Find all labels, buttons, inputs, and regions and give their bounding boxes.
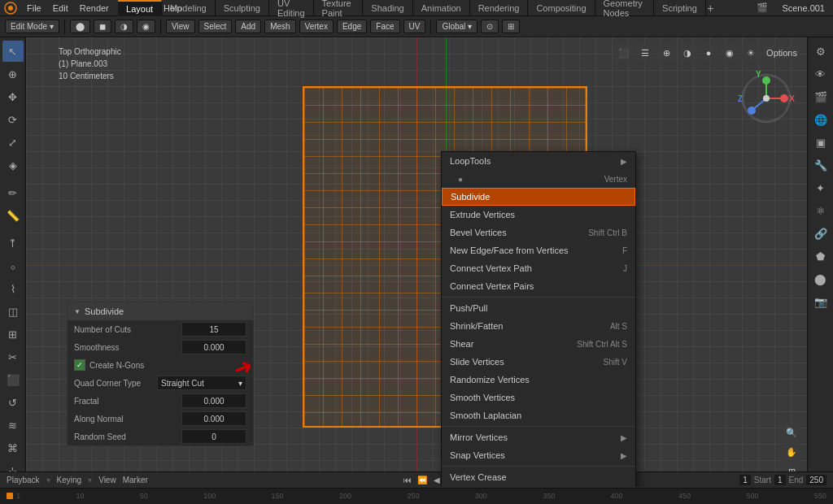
viewport-shade-material-btn[interactable]: ◉ [721, 44, 739, 62]
ctx-extrude-vertices[interactable]: Extrude Vertices [442, 206, 635, 224]
knife-tool-btn[interactable]: ✂ [2, 346, 24, 367]
step-back-btn[interactable]: ⏪ [416, 473, 429, 486]
hand-icon[interactable]: ✋ [783, 443, 800, 461]
start-frame-value[interactable]: 1 [774, 475, 786, 485]
measure-tool-btn[interactable]: 📏 [2, 205, 24, 226]
viewport-shade-rendered-btn[interactable]: ☀ [742, 44, 760, 62]
ctx-smooth-vertices[interactable]: Smooth Vertices [442, 389, 635, 406]
poly-build-tool-btn[interactable]: ⬛ [2, 369, 24, 390]
workspace-tab-rendering[interactable]: Rendering [470, 0, 529, 16]
workspace-tab-uvediting[interactable]: UV Editing [269, 0, 314, 16]
ctx-looptools[interactable]: LoopTools ▶ [442, 152, 635, 170]
scale-tool-btn[interactable]: ⤢ [2, 132, 24, 153]
workspace-tab-texturepaint[interactable]: Texture Paint [314, 0, 364, 16]
material-properties-btn[interactable]: ⬤ [810, 268, 831, 289]
ctx-bevel-vertices[interactable]: Bevel Vertices Shift Ctrl B [442, 224, 635, 241]
viewport-shading-solid[interactable]: ◼ [94, 20, 111, 33]
ctx-snap-vertices[interactable]: Snap Vertices ▶ [442, 446, 635, 464]
workspace-tab-sculpting[interactable]: Sculpting [216, 0, 269, 16]
random-seed-value[interactable]: 0 [181, 429, 246, 444]
ctx-new-edge-face[interactable]: New Edge/Face from Vertices F [442, 241, 635, 259]
workspace-tab-scripting[interactable]: Scripting [654, 0, 706, 16]
marker-btn[interactable]: Marker [123, 476, 148, 484]
number-of-cuts-value[interactable]: 15 [181, 322, 246, 337]
ctx-subdivide[interactable]: Subdivide [442, 188, 635, 206]
render-properties-btn[interactable]: 📷 [810, 291, 831, 312]
properties-active-tool-btn[interactable]: ⚙ [810, 41, 831, 62]
mode-dropdown[interactable]: Edit Mode ▾ [5, 20, 59, 33]
constraints-properties-btn[interactable]: 🔗 [810, 223, 831, 244]
extrude-tool-btn[interactable]: ⤒ [2, 232, 24, 254]
current-frame-value[interactable]: 1 [739, 475, 751, 485]
physics-properties-btn[interactable]: ⚛ [810, 200, 831, 221]
fractal-value[interactable]: 0.000 [181, 393, 246, 408]
transform-tool-btn[interactable]: ◈ [2, 154, 24, 176]
workspace-tab-animation[interactable]: Animation [413, 0, 470, 16]
mesh-menu-btn[interactable]: Mesh [264, 20, 295, 33]
viewport-xray-btn[interactable]: ◑ [678, 44, 696, 62]
proportional-btn[interactable]: ⊙ [481, 20, 499, 33]
workspace-tab-modeling[interactable]: Modeling [162, 0, 216, 16]
viewport-shade-solid-btn[interactable]: ● [700, 44, 717, 62]
workspace-tab-shading[interactable]: Shading [363, 0, 412, 16]
jump-start-btn[interactable]: ⏮ [401, 473, 414, 486]
workspace-tab-compositing[interactable]: Compositing [528, 0, 595, 16]
zoom-in-icon[interactable]: 🔍 [783, 424, 800, 441]
snap-btn[interactable]: ⊞ [502, 20, 520, 33]
subdivide-panel-header[interactable]: ▼ Subdivide [68, 302, 253, 320]
data-properties-btn[interactable]: ⬟ [810, 245, 831, 267]
bevel-tool-btn[interactable]: ⌇ [2, 278, 24, 299]
inset-tool-btn[interactable]: ⬦ [2, 255, 24, 276]
annotate-tool-btn[interactable]: ✏ [2, 182, 24, 203]
rotate-tool-btn[interactable]: ⟳ [2, 109, 24, 130]
face-menu-btn[interactable]: Face [370, 20, 399, 33]
viewport-shading-material[interactable]: ◑ [115, 20, 133, 33]
world-properties-btn[interactable]: 🌐 [810, 109, 831, 130]
workspace-tab-geonodes[interactable]: Geometry Nodes [595, 0, 654, 16]
spin-tool-btn[interactable]: ↺ [2, 392, 24, 413]
ctx-vertex-crease[interactable]: Vertex Crease [442, 468, 635, 486]
ctx-shrink-fatten[interactable]: Shrink/Fatten Alt S [442, 317, 635, 335]
shear-tool-btn[interactable]: ⌘ [2, 437, 24, 458]
ctx-connect-vertex-path[interactable]: Connect Vertex Path J [442, 259, 635, 277]
object-properties-btn[interactable]: ▣ [810, 132, 831, 153]
render-menu[interactable]: Render [74, 0, 115, 16]
offset-tool-btn[interactable]: ⊞ [2, 324, 24, 345]
particle-properties-btn[interactable]: ✦ [810, 177, 831, 198]
viewport-options-label[interactable]: Options [763, 46, 800, 59]
select-menu-btn[interactable]: Select [198, 20, 233, 33]
viewport-render-region-btn[interactable]: ⬛ [615, 44, 633, 62]
viewport-overlay-btn[interactable]: ⬤ [70, 20, 90, 33]
scene-properties-btn[interactable]: 🎬 [810, 86, 831, 107]
blender-logo-icon[interactable] [3, 1, 18, 15]
loop-cut-tool-btn[interactable]: ◫ [2, 301, 24, 322]
edge-menu-btn[interactable]: Edge [337, 20, 367, 33]
viewport-display-btn[interactable]: ☰ [636, 44, 654, 62]
viewport-overlay-btn2[interactable]: ⊕ [657, 44, 675, 62]
view-bottom-btn[interactable]: View [98, 476, 116, 484]
transform-dropdown[interactable]: Global ▾ [436, 20, 478, 33]
timeline-row[interactable]: 1 10 50 100 150 200 250 300 350 400 450 … [0, 489, 833, 504]
quad-corner-type-dropdown[interactable]: Straight Cut ▾ [157, 376, 246, 390]
ctx-slide-vertices[interactable]: Slide Vertices Shift V [442, 353, 635, 371]
keying-dropdown[interactable]: Keying [57, 476, 82, 484]
viewport[interactable]: Top Orthographic (1) Plane.003 10 Centim… [26, 37, 807, 487]
smoothness-value[interactable]: 0.000 [181, 340, 246, 354]
select-tool-btn[interactable]: ↖ [2, 41, 24, 62]
move-tool-btn[interactable]: ✥ [2, 86, 24, 107]
workspace-tab-layout[interactable]: Layout [118, 0, 162, 16]
ctx-randomize-vertices[interactable]: Randomize Vertices [442, 371, 635, 389]
modifier-properties-btn[interactable]: 🔧 [810, 154, 831, 176]
add-menu-btn[interactable]: Add [235, 20, 261, 33]
along-normal-value[interactable]: 0.000 [181, 411, 246, 426]
view-menu-btn[interactable]: View [166, 20, 195, 33]
edit-menu[interactable]: Edit [47, 0, 74, 16]
cursor-tool-btn[interactable]: ⊕ [2, 63, 24, 85]
ctx-smooth-laplacian[interactable]: Smooth Laplacian [442, 406, 635, 424]
add-workspace-button[interactable]: + [706, 1, 715, 15]
file-menu[interactable]: File [21, 0, 47, 16]
ctx-connect-vertex-pairs[interactable]: Connect Vertex Pairs [442, 277, 635, 295]
uv-menu-btn[interactable]: UV [403, 20, 426, 33]
scene-selector[interactable]: 🎬 [751, 0, 774, 16]
create-ngons-checkbox[interactable]: ✓ [74, 359, 85, 371]
